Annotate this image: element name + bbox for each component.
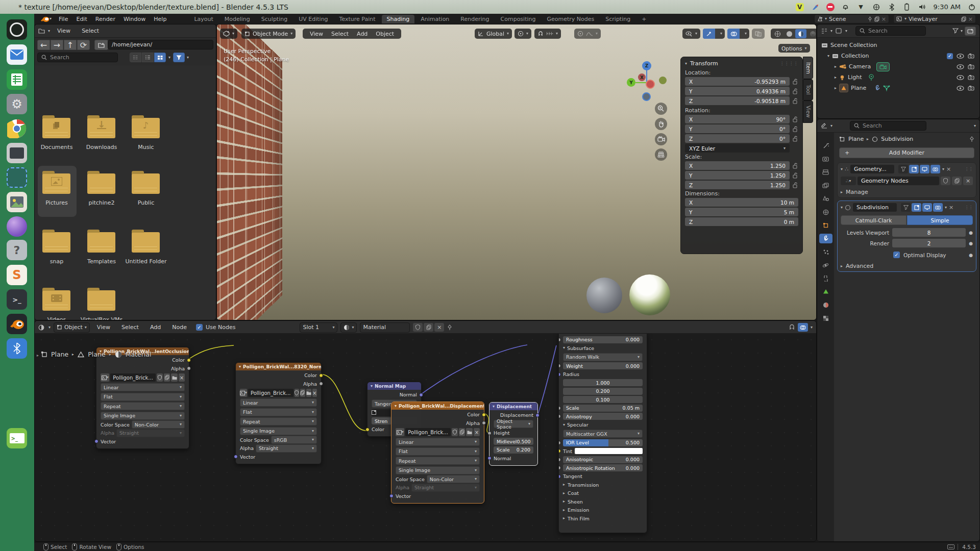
snapping-magnet-icon[interactable] [789, 324, 795, 331]
camera-restrict-icon[interactable] [968, 74, 974, 80]
collapse-icon[interactable]: ▾ [841, 206, 843, 210]
expand-icon[interactable]: ▾ [834, 87, 838, 89]
rotation-x-field[interactable]: X90° [685, 115, 790, 123]
node-image-texture-normal[interactable]: ▾Polligon_BrickWal...8320_Normal.png Col… [235, 362, 322, 464]
terminal-gray-icon[interactable] [7, 143, 27, 163]
node-principled-bsdf[interactable]: Roughness0.000 ▾Subsurface Random Walk▾ … [558, 333, 647, 533]
tab-object-data[interactable] [819, 287, 832, 296]
location-y-field[interactable]: Y0.49336 m [685, 87, 790, 95]
menu-window[interactable]: Window [119, 15, 150, 23]
camera-restrict-icon[interactable] [968, 64, 974, 69]
anisotropic-rotation-slider[interactable]: Anisotropic Rotation0.000 [563, 464, 643, 471]
gizmo-y-neg[interactable] [659, 77, 667, 84]
tab-tool[interactable] [819, 141, 832, 151]
shading-rendered-button[interactable] [807, 29, 817, 38]
cage-display-toggle[interactable] [912, 203, 921, 212]
interpolation-dropdown[interactable]: Linear▾ [101, 383, 185, 391]
output-socket-alpha[interactable] [319, 382, 323, 386]
render-display-toggle[interactable] [933, 203, 943, 212]
modifier-name[interactable]: Geometry... [850, 165, 894, 173]
extras-dropdown-icon[interactable]: ▾ [945, 206, 947, 210]
geometry-nodes-badge-icon[interactable] [883, 85, 890, 91]
copy-icon[interactable] [424, 323, 433, 332]
use-nodes-checkbox[interactable]: ✓ [196, 324, 203, 331]
files-menu-select[interactable]: Select [78, 27, 103, 35]
collection-checkbox[interactable]: ✓ [947, 53, 953, 59]
gizmo-x-neg[interactable] [646, 80, 655, 89]
gizmo-y-axis[interactable]: Y [627, 78, 635, 87]
output-socket-color[interactable] [319, 373, 323, 378]
camera-view-button[interactable] [655, 133, 667, 145]
tab-material[interactable] [819, 300, 832, 310]
output-socket-color[interactable] [187, 358, 191, 362]
outliner-search-input[interactable]: Search [855, 26, 926, 36]
settings-gear-icon[interactable]: ⚙ [7, 94, 27, 114]
chrome-icon[interactable] [7, 118, 27, 139]
open-folder-icon[interactable] [171, 373, 177, 382]
close-icon[interactable]: × [434, 323, 444, 332]
subsurface-method-dropdown[interactable]: Random Walk▾ [563, 353, 643, 361]
chevron-down-icon[interactable]: ▾ [48, 29, 50, 33]
viewlayer-selector[interactable]: ▾ ViewLayer × [893, 14, 976, 23]
scale-x-field[interactable]: X1.250 [685, 161, 790, 170]
chevron-down-icon[interactable]: ▾ [830, 29, 832, 33]
image-viewer-icon[interactable] [7, 192, 27, 212]
properties-search-input[interactable]: Search [850, 121, 926, 131]
close-icon[interactable]: × [474, 428, 480, 436]
outliner-row-scene-collection[interactable]: Scene Collection [821, 40, 975, 51]
coat-section[interactable]: ▾Coat [563, 490, 643, 497]
outliner-row-light[interactable]: ▾ Light [821, 72, 975, 83]
catmull-clark-button[interactable]: Catmull-Clark [841, 215, 906, 225]
tab-sculpting[interactable]: Sculpting [256, 15, 292, 23]
open-folder-icon[interactable] [466, 428, 472, 436]
camera-restrict-icon[interactable] [968, 53, 974, 59]
outliner-row-collection[interactable]: ▾ Collection ✓ [821, 51, 975, 61]
menu-help[interactable]: Help [150, 15, 170, 23]
dimensions-x-field[interactable]: X10 m [685, 198, 798, 207]
node-group-browse[interactable]: ∴▾ [841, 177, 856, 185]
thumbnail-view-button[interactable] [154, 53, 166, 62]
shield-fake-user-icon[interactable] [941, 177, 950, 185]
close-icon[interactable]: × [949, 204, 953, 211]
input-socket-vector[interactable] [234, 455, 238, 459]
filter-toggle-button[interactable] [173, 53, 185, 62]
subsurface-section[interactable]: ▾Subsurface [563, 344, 643, 352]
color-space-dropdown[interactable]: Non-Color▾ [132, 420, 185, 429]
shield-fake-user-icon[interactable] [157, 373, 163, 382]
pivot-point-selector[interactable]: ▾ [514, 29, 531, 39]
pin-icon[interactable] [868, 16, 872, 22]
tab-texture[interactable] [819, 313, 832, 323]
scale-z-field[interactable]: Z1.250 [685, 181, 790, 189]
edit-mode-display-toggle[interactable] [901, 203, 911, 212]
tab-particles[interactable] [819, 247, 832, 257]
copy-icon[interactable] [952, 177, 962, 185]
interpolation-dropdown[interactable]: Linear▾ [240, 398, 317, 407]
lock-open-icon[interactable] [793, 126, 798, 132]
tab-physics[interactable] [819, 260, 832, 270]
interpolation-dropdown[interactable]: Linear▾ [396, 438, 480, 446]
shader-type-selector[interactable]: Object▾ [54, 322, 90, 333]
tab-uv-editing[interactable]: UV Editing [293, 15, 333, 23]
image-browse[interactable]: ▾ [240, 389, 247, 397]
ortho-grid-button[interactable] [655, 148, 667, 161]
camera-restrict-icon[interactable] [968, 85, 974, 91]
expand-icon[interactable]: ▾ [827, 54, 829, 58]
menu-file[interactable]: File [55, 15, 72, 23]
close-icon[interactable]: × [312, 389, 317, 397]
chevron-down-icon[interactable]: ▾ [742, 32, 749, 36]
lock-open-icon[interactable] [793, 136, 798, 142]
shader-menu-view[interactable]: View [93, 323, 114, 331]
screenshot-select-icon[interactable] [7, 167, 27, 188]
spreadsheet-icon[interactable] [7, 69, 27, 90]
extension-dropdown[interactable]: Repeat▾ [396, 457, 480, 465]
ior-level-slider[interactable]: IOR Level0.500 [563, 439, 643, 446]
tab-world[interactable] [819, 207, 832, 217]
shield-fake-user-icon[interactable] [452, 428, 458, 436]
modifier-name[interactable]: Subdivision [853, 203, 897, 212]
path-field[interactable]: /home/jeevan/ [108, 40, 213, 49]
source-dropdown[interactable]: Single Image▾ [240, 427, 317, 435]
advanced-section[interactable]: ▾ Advanced [841, 263, 973, 269]
subsurface-scale-slider[interactable]: Scale0.05 m [563, 405, 643, 412]
zoom-button[interactable] [655, 103, 667, 115]
list-short-view-button[interactable] [130, 53, 141, 62]
